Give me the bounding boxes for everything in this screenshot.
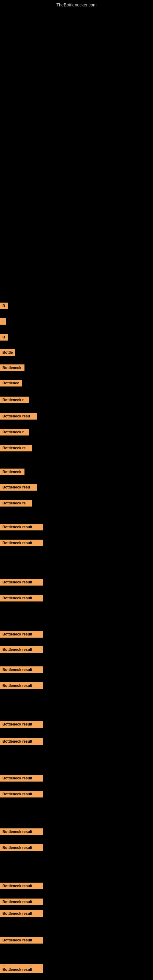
bottleneck-result-label: Bottleneck r [0,429,29,436]
bottleneck-result-label: Bottleneck result [0,829,43,835]
bottleneck-result-label: Bottleneck resu [0,413,37,420]
bottleneck-result-label: Bottleneck result [0,937,43,943]
bottleneck-result-label: Bottleneck result [0,524,43,530]
bottleneck-result-label: Bottleneck re [0,500,32,506]
bottleneck-result-label: Bottleneck result [0,667,43,673]
bottleneck-result-label: Bottleneck result [0,646,43,653]
bottleneck-result-label: | [0,318,6,325]
bottleneck-result-label: Bottleneck result [0,579,43,585]
bottleneck-result-label: Bottleneck re [0,445,32,452]
bottleneck-result-label: Bottleneck resu [0,484,37,491]
bottleneck-result-label: Bottleneck result [0,595,43,601]
bottleneck-result-label: Bottleneck result [0,682,43,689]
bottleneck-result-label: Bottleneck result [0,883,43,889]
bottleneck-result-label: Bottleneck result [0,721,43,728]
bottleneck-result-label: Bottleneck result [0,899,43,905]
bottleneck-result-label: Bottleneck result [0,738,43,745]
bottleneck-result-label: Bottleneck [0,469,24,475]
bottleneck-result-label: Bottleneck result [0,631,43,638]
bottleneck-result-label: B [0,334,8,340]
bottleneck-result-label: Bottle [0,349,15,356]
bottleneck-result-label: Bottleneck [0,364,24,371]
bottleneck-result-label: Bottleneck r [0,396,29,403]
bottleneck-result-label: Bottlenec [0,380,22,387]
bottleneck-result-label: Bottleneck result [0,539,43,546]
bottleneck-result-label: Bottleneck result [0,775,43,781]
site-title: TheBottlenecker.com [0,0,153,10]
bottleneck-result-label: Bottleneck result [0,791,43,797]
bottleneck-result-label: Bottleneck result [0,966,43,973]
bottleneck-result-label: Bottleneck result [0,910,43,917]
bottleneck-result-label: B [0,302,8,309]
bottleneck-result-label: Bottleneck result [0,844,43,851]
